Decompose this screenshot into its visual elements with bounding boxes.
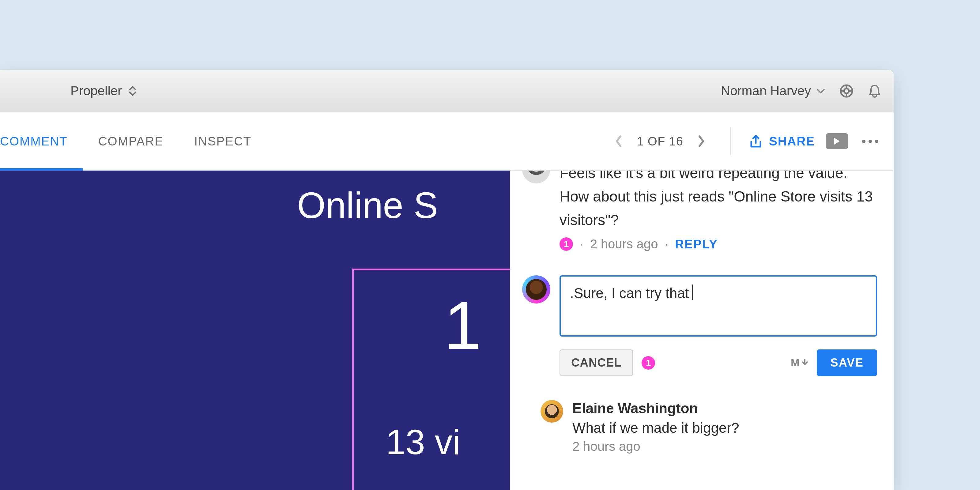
app-window: Propeller Norman Harvey: [0, 70, 894, 490]
compose-actions: CANCEL 1 M SAVE: [560, 350, 877, 376]
marker-badge[interactable]: 1: [641, 356, 655, 370]
tab-comment[interactable]: COMMENT: [0, 112, 83, 170]
canvas-heading: Online S: [297, 184, 438, 226]
meta-separator: ·: [665, 237, 668, 251]
comment-text: Feels like it's a bit weird repeating th…: [560, 170, 877, 232]
project-switcher[interactable]: Propeller: [70, 84, 137, 98]
tab-compare[interactable]: COMPARE: [83, 112, 179, 170]
canvas-number: 1: [444, 287, 481, 364]
compose-text: .Sure, I can try that: [570, 285, 689, 301]
toolbar-right: 1 OF 16 SHARE: [608, 112, 894, 170]
play-icon: [834, 137, 840, 145]
tab-comment-label: COMMENT: [0, 134, 68, 148]
comments-panel: Feels like it's a bit weird repeating th…: [510, 170, 894, 490]
canvas-subtext: 13 vi: [386, 422, 460, 462]
tab-inspect[interactable]: INSPECT: [179, 112, 267, 170]
text-cursor: [692, 285, 693, 300]
user-menu[interactable]: Norman Harvey: [721, 84, 825, 98]
present-button[interactable]: [826, 133, 848, 149]
avatar: [541, 400, 563, 423]
divider: [730, 127, 731, 155]
chevron-down-icon: [816, 88, 825, 94]
comment-body: Feels like it's a bit weird repeating th…: [560, 170, 877, 251]
marker-badge[interactable]: 1: [560, 237, 573, 251]
cancel-button[interactable]: CANCEL: [560, 350, 633, 376]
comment-time: 2 hours ago: [590, 237, 658, 251]
comment-text: What if we made it bigger?: [573, 420, 739, 436]
dot-icon: [869, 140, 872, 143]
compose-row: .Sure, I can try that: [522, 275, 877, 337]
meta-separator: ·: [580, 237, 584, 251]
tabs: COMMENT COMPARE INSPECT: [0, 112, 267, 170]
commenter-name: Elaine Washington: [573, 400, 739, 417]
share-icon: [749, 134, 762, 148]
reply-link[interactable]: REPLY: [675, 237, 718, 251]
comment-thread-2: Elaine Washington What if we made it big…: [541, 400, 877, 454]
save-button[interactable]: SAVE: [817, 350, 877, 376]
markdown-icon[interactable]: M: [791, 357, 808, 369]
toolbar: COMMENT COMPARE INSPECT 1 OF 16 SHAR: [0, 112, 894, 170]
comment-body: Elaine Washington What if we made it big…: [573, 400, 739, 454]
sort-icon: [129, 86, 137, 96]
titlebar-right: Norman Harvey: [721, 84, 881, 98]
comment-thread-1: Feels like it's a bit weird repeating th…: [522, 170, 877, 251]
compose-input[interactable]: .Sure, I can try that: [560, 275, 877, 337]
pager-text: 1 OF 16: [637, 134, 683, 148]
pager-prev[interactable]: [611, 134, 626, 149]
project-name: Propeller: [70, 84, 122, 98]
help-icon[interactable]: [840, 84, 853, 98]
main-area: Online S 1 13 vi Feels like it's a bit w…: [0, 170, 894, 490]
comment-time: 2 hours ago: [573, 439, 739, 454]
avatar: [522, 275, 550, 304]
avatar: [522, 170, 550, 183]
user-name: Norman Harvey: [721, 84, 811, 98]
share-button[interactable]: SHARE: [749, 134, 815, 148]
pager: 1 OF 16: [608, 134, 712, 149]
svg-point-1: [844, 89, 849, 94]
share-label: SHARE: [769, 134, 815, 148]
markdown-label: M: [791, 357, 800, 369]
pager-next[interactable]: [694, 134, 709, 149]
dot-icon: [862, 140, 865, 143]
design-canvas[interactable]: Online S 1 13 vi: [0, 170, 510, 490]
bell-icon[interactable]: [868, 84, 881, 98]
tab-inspect-label: INSPECT: [194, 134, 251, 148]
tab-compare-label: COMPARE: [98, 134, 164, 148]
titlebar: Propeller Norman Harvey: [0, 70, 894, 112]
arrow-down-icon: [802, 359, 808, 367]
dot-icon: [875, 140, 878, 143]
comment-meta: 1 · 2 hours ago · REPLY: [560, 237, 877, 251]
more-button[interactable]: [859, 140, 881, 143]
